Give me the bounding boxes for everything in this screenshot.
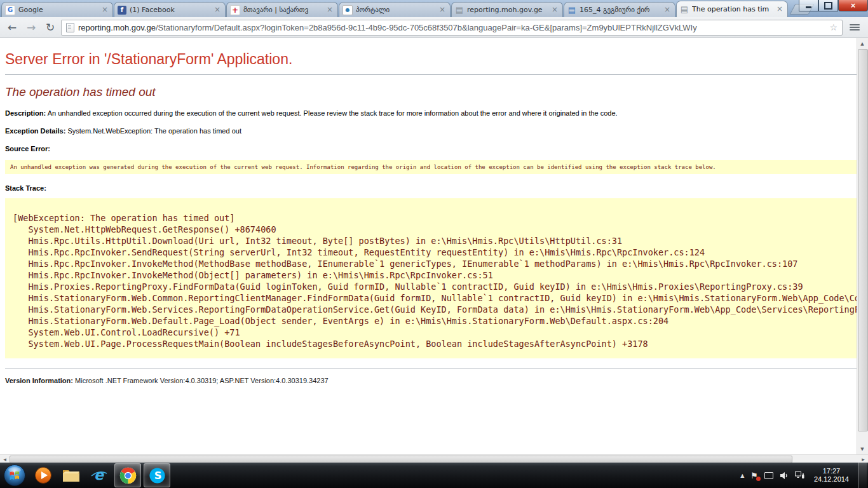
- tab-close-icon[interactable]: ×: [213, 6, 222, 15]
- divider: [5, 369, 862, 369]
- scroll-left-icon[interactable]: ◀: [0, 455, 10, 463]
- bookmark-star-icon[interactable]: ☆: [829, 22, 837, 32]
- action-center-flag-icon[interactable]: ⚑: [750, 471, 758, 480]
- description-text: An unhandled exception occurred during t…: [48, 109, 618, 117]
- svg-text:S: S: [154, 470, 161, 482]
- tab-strip: G Google × f (1) Facebook × + მთავარი | …: [1, 1, 811, 17]
- chrome-icon: [119, 467, 137, 484]
- tab-facebook[interactable]: f (1) Facebook ×: [114, 2, 226, 17]
- tab-close-icon[interactable]: ×: [100, 6, 109, 15]
- hamburger-icon: [850, 24, 860, 25]
- tab-close-icon[interactable]: ×: [550, 6, 559, 15]
- tab-title: 165_4 გეგმიური ქირ: [580, 6, 660, 14]
- explorer-taskbar-button[interactable]: [58, 464, 84, 487]
- divider: [5, 74, 862, 75]
- skype-taskbar-button[interactable]: S: [144, 463, 170, 487]
- vertical-scrollbar[interactable]: ▲ ▼: [857, 38, 868, 454]
- tab-close-icon[interactable]: ×: [775, 5, 784, 14]
- tab-title: Google: [18, 6, 97, 14]
- close-button[interactable]: ×: [838, 0, 868, 11]
- taskbar: e S ▲ ⚑: [0, 463, 868, 488]
- minimize-button[interactable]: [799, 0, 818, 11]
- clock-time: 17:27: [814, 467, 849, 475]
- vertical-scrollbar-thumb[interactable]: [858, 49, 868, 431]
- tab-165-4[interactable]: ▤ 165_4 გეგმიური ქირ ×: [564, 2, 675, 17]
- tab-reporting[interactable]: ▤ reporting.moh.gov.ge ×: [451, 2, 563, 17]
- tab-active-error-page[interactable]: ▤ The operation has tim ×: [676, 1, 788, 17]
- folder-icon: [62, 467, 81, 484]
- page-favicon-icon: ▤: [567, 6, 576, 15]
- source-error-box: An unhandled exception was generated dur…: [5, 160, 862, 174]
- reload-icon: ↻: [46, 21, 55, 34]
- alert-badge: [756, 477, 761, 481]
- facebook-favicon-icon: f: [118, 6, 126, 15]
- google-favicon-icon: G: [5, 5, 15, 15]
- tab-google[interactable]: G Google ×: [1, 2, 113, 17]
- scroll-right-icon[interactable]: ▶: [858, 455, 868, 463]
- tab-portali[interactable]: ● პორტალი ×: [339, 2, 451, 17]
- description-row: Description: An unhandled exception occu…: [5, 109, 862, 117]
- exception-details-row: Exception Details: System.Net.WebExcepti…: [5, 127, 862, 135]
- taskbar-clock[interactable]: 17:27 24.12.2014: [811, 467, 852, 484]
- restore-icon: [824, 2, 832, 10]
- page-viewport: Server Error in '/StationaryForm' Applic…: [0, 38, 868, 454]
- tab-mtavari[interactable]: + მთავარი | საქართვ ×: [226, 2, 338, 17]
- internet-explorer-icon: e: [90, 466, 109, 484]
- address-bar[interactable]: reporting.moh.gov.ge/Stationaryform/Defa…: [61, 20, 843, 36]
- page-favicon-icon: ▤: [680, 5, 689, 14]
- url-domain: reporting.moh.gov.ge: [78, 23, 156, 32]
- tab-title: პორტალი: [356, 6, 435, 14]
- scroll-up-icon[interactable]: ▲: [857, 38, 867, 49]
- stack-trace-box: [WebException: The operation has timed o…: [5, 198, 862, 358]
- svg-text:e: e: [94, 467, 105, 483]
- error-page-content: Server Error in '/StationaryForm' Applic…: [0, 38, 867, 384]
- browser-titlebar: G Google × f (1) Facebook × + მთავარი | …: [0, 0, 868, 17]
- show-desktop-button[interactable]: [858, 463, 867, 488]
- globe-favicon-icon: ●: [342, 5, 353, 15]
- media-player-taskbar-button[interactable]: [31, 464, 56, 487]
- exception-details-text: System.Net.WebException: The operation h…: [67, 127, 241, 135]
- tab-close-icon[interactable]: ×: [438, 6, 447, 15]
- tab-close-icon[interactable]: ×: [325, 6, 334, 15]
- chrome-taskbar-button[interactable]: [114, 463, 141, 487]
- back-button[interactable]: ←: [4, 20, 20, 35]
- page-title: Server Error in '/StationaryForm' Applic…: [5, 51, 862, 68]
- reload-button[interactable]: ↻: [42, 20, 58, 35]
- site-favicon-icon: +: [230, 5, 240, 15]
- clock-date: 24.12.2014: [814, 475, 849, 484]
- windows-orb-icon: [3, 464, 26, 487]
- system-tray: ▲ ⚑ 17:27 24.12.2014: [740, 463, 868, 488]
- page-icon: [66, 23, 74, 32]
- chrome-menu-button[interactable]: [845, 20, 864, 35]
- source-error-label-row: Source Error:: [5, 145, 862, 152]
- tray-device-icon[interactable]: [764, 472, 773, 479]
- version-info-text: Microsoft .NET Framework Version:4.0.303…: [75, 377, 329, 384]
- tab-close-icon[interactable]: ×: [663, 6, 672, 15]
- forward-button[interactable]: →: [23, 20, 39, 35]
- restore-button[interactable]: [818, 0, 838, 11]
- tab-title: მთავარი | საქართვ: [243, 6, 322, 14]
- tab-title: The operation has tim: [692, 5, 772, 13]
- url-path: /Stationaryform/Default.aspx?loginToken=…: [156, 23, 697, 32]
- start-button[interactable]: [0, 463, 29, 488]
- version-info-row: Version Information: Microsoft .NET Fram…: [5, 377, 862, 384]
- back-icon: ←: [8, 21, 17, 34]
- internet-explorer-taskbar-button[interactable]: e: [86, 464, 112, 487]
- horizontal-scrollbar[interactable]: ◀ ▶: [0, 454, 868, 463]
- stack-trace-label-row: Stack Trace:: [5, 184, 862, 192]
- description-label: Description:: [5, 109, 46, 117]
- browser-toolbar: ← → ↻ reporting.moh.gov.ge/Stationaryfor…: [0, 17, 868, 38]
- url-text[interactable]: reporting.moh.gov.ge/Stationaryform/Defa…: [78, 23, 825, 32]
- forward-icon: →: [27, 21, 36, 34]
- network-icon[interactable]: [795, 471, 804, 480]
- show-hidden-icons-button[interactable]: ▲: [740, 473, 744, 478]
- stack-trace-pre: [WebException: The operation has timed o…: [13, 212, 855, 349]
- page-subtitle: The operation has timed out: [5, 85, 862, 99]
- version-info-label: Version Information:: [5, 377, 73, 384]
- source-error-label: Source Error:: [5, 145, 50, 152]
- scroll-down-icon[interactable]: ▼: [857, 444, 867, 454]
- media-player-icon: [34, 466, 52, 484]
- stack-trace-label: Stack Trace:: [5, 184, 46, 192]
- volume-icon[interactable]: [780, 471, 789, 480]
- tab-title: reporting.moh.gov.ge: [467, 6, 547, 14]
